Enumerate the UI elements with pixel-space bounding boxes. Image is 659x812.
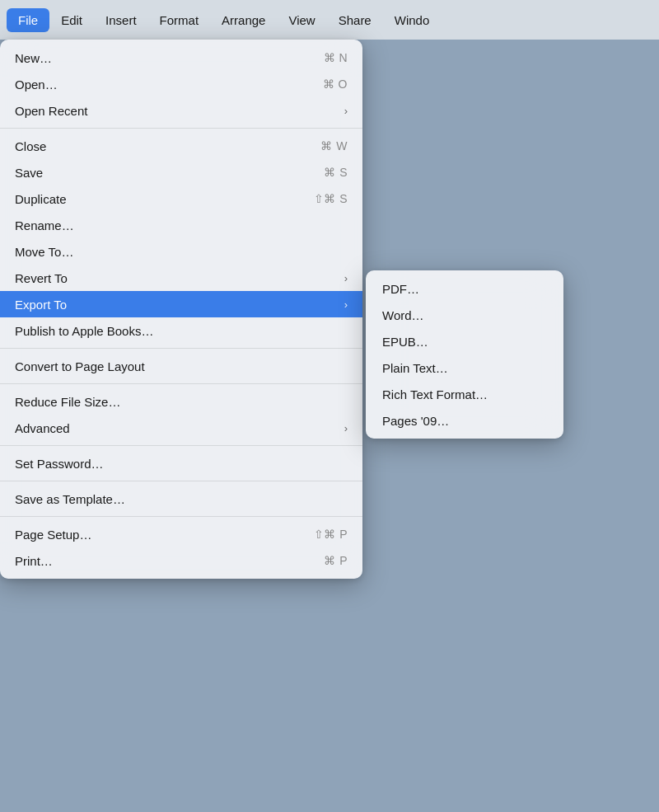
submenu-item-pdf[interactable]: PDF… xyxy=(366,275,563,302)
menu-item-duplicate[interactable]: Duplicate ⇧⌘ S xyxy=(0,185,362,212)
menu-item-page-setup[interactable]: Page Setup… ⇧⌘ P xyxy=(0,521,362,547)
file-menu: New… ⌘ N Open… ⌘ O Open Recent › Close ⌘… xyxy=(0,40,362,579)
submenu-item-word[interactable]: Word… xyxy=(366,302,563,328)
menu-bar-insert[interactable]: Insert xyxy=(94,8,148,32)
menu-bar-view[interactable]: View xyxy=(277,8,326,32)
menu-item-close[interactable]: Close ⌘ W xyxy=(0,133,362,159)
menu-bar-edit[interactable]: Edit xyxy=(49,8,94,32)
menu-item-open-recent[interactable]: Open Recent › xyxy=(0,97,362,124)
menu-item-new[interactable]: New… ⌘ N xyxy=(0,45,362,71)
menu-item-publish[interactable]: Publish to Apple Books… xyxy=(0,317,362,344)
menu-item-advanced[interactable]: Advanced › xyxy=(0,415,362,441)
arrow-icon-revert: › xyxy=(344,272,348,284)
menu-bar-arrange[interactable]: Arrange xyxy=(210,8,277,32)
separator-6 xyxy=(0,516,362,517)
menu-item-set-password[interactable]: Set Password… xyxy=(0,450,362,476)
separator-2 xyxy=(0,348,362,349)
menu-item-open[interactable]: Open… ⌘ O xyxy=(0,71,362,97)
submenu-item-epub[interactable]: EPUB… xyxy=(366,328,563,354)
menu-bar-window[interactable]: Windo xyxy=(383,8,442,32)
dropdown-wrapper: New… ⌘ N Open… ⌘ O Open Recent › Close ⌘… xyxy=(0,40,563,579)
menu-item-revert-to[interactable]: Revert To › xyxy=(0,265,362,291)
arrow-icon-export: › xyxy=(344,298,348,311)
menu-bar-share[interactable]: Share xyxy=(327,8,383,32)
menu-item-reduce[interactable]: Reduce File Size… xyxy=(0,388,362,415)
separator-5 xyxy=(0,481,362,481)
arrow-icon-advanced: › xyxy=(344,422,348,434)
menu-item-convert[interactable]: Convert to Page Layout xyxy=(0,353,362,379)
export-submenu: PDF… Word… EPUB… Plain Text… Rich Text F… xyxy=(366,270,563,439)
menu-item-save-template[interactable]: Save as Template… xyxy=(0,486,362,512)
separator-1 xyxy=(0,128,362,129)
submenu-item-pages09[interactable]: Pages '09… xyxy=(366,407,563,434)
menu-item-move-to[interactable]: Move To… xyxy=(0,238,362,265)
menu-bar-file[interactable]: File xyxy=(7,8,49,32)
separator-3 xyxy=(0,383,362,384)
menu-bar-format[interactable]: Format xyxy=(148,8,211,32)
menu-bar: File Edit Insert Format Arrange View Sha… xyxy=(0,0,659,40)
submenu-item-plain-text[interactable]: Plain Text… xyxy=(366,354,563,381)
separator-4 xyxy=(0,445,362,446)
menu-item-save[interactable]: Save ⌘ S xyxy=(0,159,362,185)
menu-item-print[interactable]: Print… ⌘ P xyxy=(0,547,362,574)
menu-item-export-to[interactable]: Export To › xyxy=(0,291,362,317)
arrow-icon: › xyxy=(344,105,348,117)
submenu-item-rich-text[interactable]: Rich Text Format… xyxy=(366,381,563,407)
menu-item-rename[interactable]: Rename… xyxy=(0,212,362,238)
